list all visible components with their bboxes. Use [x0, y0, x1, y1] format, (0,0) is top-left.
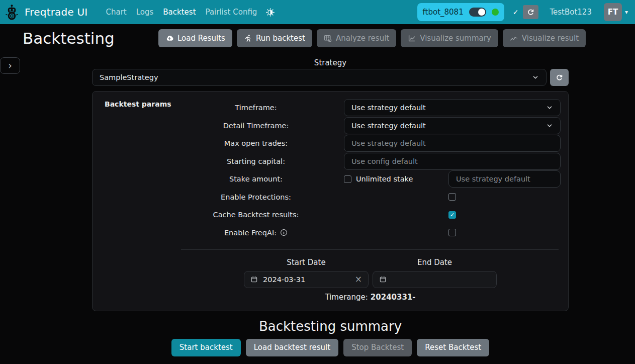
timerange-display: Timerange:20240331- — [244, 293, 497, 302]
param-row-stake-amount: Stake amount: Unlimited stake — [93, 170, 568, 188]
calendar-icon — [379, 276, 387, 283]
sidebar-expand-button[interactable]: › — [0, 57, 20, 74]
enable-freqai-checkbox[interactable] — [448, 229, 456, 236]
start-date-label: Start Date — [244, 258, 369, 267]
chart-line-icon — [408, 34, 416, 42]
bot-check-icon: ✓ — [513, 8, 519, 16]
backtest-params-card: Backtest params Timeframe: Use strategy … — [92, 91, 569, 311]
stop-backtest-button[interactable]: Stop Backtest — [343, 339, 412, 356]
param-row-cache-results: Cache Backtest results: ✓ — [93, 206, 568, 223]
brand-home-link[interactable]: Freqtrade UI — [5, 4, 87, 20]
starting-capital-input[interactable] — [344, 153, 561, 170]
page-header: Backtesting Load Results Run backtest — [0, 27, 635, 49]
enable-protections-checkbox[interactable] — [448, 193, 456, 201]
start-date-input[interactable]: 2024-03-31 × — [244, 271, 369, 288]
start-backtest-button[interactable]: Start backtest — [171, 339, 241, 356]
button-label: Run backtest — [256, 34, 305, 43]
table-gear-icon — [324, 34, 332, 42]
summary-button-row: Start backtest Load backtest result Stop… — [171, 339, 489, 356]
analyze-result-button[interactable]: Analyze result — [317, 29, 396, 47]
nav-item-chart[interactable]: Chart — [106, 8, 126, 17]
selected-value: Use strategy default — [351, 122, 426, 130]
refresh-icon — [527, 9, 534, 16]
start-date-column: Start Date 2024-03-31 × — [244, 258, 369, 288]
reload-bot-button[interactable] — [523, 5, 538, 19]
end-date-label: End Date — [373, 258, 497, 267]
cloud-download-icon — [165, 34, 173, 42]
field-label: Cache Backtest results: — [93, 211, 344, 219]
button-label: Visualize summary — [420, 34, 491, 43]
field-label-text: Enable FreqAI: — [224, 229, 277, 237]
strategy-label: Strategy — [92, 58, 569, 67]
field-label: Starting capital: — [93, 157, 344, 165]
button-label: Visualize result — [522, 34, 579, 43]
page-title: Backtesting — [23, 29, 158, 47]
detail-timeframe-select[interactable]: Use strategy default — [344, 117, 561, 134]
timerange-value: 20240331- — [371, 293, 416, 302]
timerange-label: Timerange: — [325, 293, 368, 302]
end-date-column: End Date — [373, 258, 497, 288]
button-label: Load Results — [177, 34, 225, 43]
visualize-summary-button[interactable]: Visualize summary — [401, 29, 498, 47]
field-label: Enable Protections: — [93, 193, 344, 201]
calendar-icon — [250, 276, 258, 283]
date-range-section: Start Date 2024-03-31 × End Date — [244, 258, 568, 288]
timeframe-select[interactable]: Use strategy default — [344, 99, 561, 116]
params-title: Backtest params — [105, 100, 171, 108]
max-open-trades-input[interactable] — [344, 135, 561, 152]
selected-value: Use strategy default — [351, 104, 426, 112]
cache-backtest-results-checkbox[interactable]: ✓ — [448, 211, 456, 219]
bot-online-status-dot — [492, 9, 499, 16]
clear-date-icon[interactable]: × — [355, 275, 362, 284]
field-label: Max open trades: — [93, 139, 344, 147]
freqtrade-robot-logo-icon — [5, 4, 19, 20]
unlimited-stake-checkbox[interactable] — [344, 175, 351, 183]
chevron-right-icon: › — [8, 61, 12, 70]
chevron-down-icon — [546, 122, 553, 129]
chevron-down-icon — [532, 74, 539, 81]
backtesting-summary-section: Backtesting summary Start backtest Load … — [92, 319, 569, 356]
main-nav: Chart Logs Backtest Pairlist Config — [106, 8, 257, 17]
user-avatar[interactable]: FT — [604, 3, 622, 21]
button-label: Analyze result — [336, 34, 389, 43]
nav-item-logs[interactable]: Logs — [136, 8, 154, 17]
bot-selector[interactable]: ftbot_8081 — [417, 3, 504, 21]
stake-amount-input[interactable] — [448, 170, 561, 188]
info-icon[interactable] — [280, 229, 288, 236]
reset-backtest-button[interactable]: Reset Backtest — [417, 339, 489, 356]
check-icon: ✓ — [450, 212, 455, 218]
strategy-selected-value: SampleStrategy — [100, 73, 158, 81]
nav-item-pairlist-config[interactable]: Pairlist Config — [206, 8, 257, 17]
param-row-starting-capital: Starting capital: — [93, 153, 568, 170]
bot-toggle-switch[interactable] — [469, 8, 486, 17]
navbar: Freqtrade UI Chart Logs Backtest Pairlis… — [0, 0, 635, 24]
bot-name: ftbot_8081 — [423, 8, 464, 17]
load-results-button[interactable]: Load Results — [158, 29, 232, 47]
toggle-knob — [478, 9, 485, 16]
runner-icon — [244, 34, 252, 42]
strategy-select[interactable]: SampleStrategy — [92, 69, 547, 86]
section-divider — [181, 249, 559, 250]
unlimited-stake-label: Unlimited stake — [356, 175, 413, 183]
field-label: Stake amount: — [93, 175, 344, 183]
run-backtest-button[interactable]: Run backtest — [237, 29, 312, 47]
end-date-input[interactable] — [373, 271, 497, 288]
param-row-max-open-trades: Max open trades: — [93, 135, 568, 152]
logged-in-username: TestBot123 — [550, 8, 592, 17]
field-label: Detail Timeframe: — [93, 122, 344, 130]
graph-icon — [510, 34, 518, 42]
param-row-detail-timeframe: Detail Timeframe: Use strategy default — [93, 117, 568, 134]
header-button-row: Load Results Run backtest A — [158, 29, 586, 47]
load-backtest-result-button[interactable]: Load backtest result — [246, 339, 338, 356]
refresh-icon — [556, 74, 563, 81]
theme-toggle-icon[interactable] — [266, 8, 275, 17]
summary-title: Backtesting summary — [92, 319, 569, 334]
nav-item-backtest[interactable]: Backtest — [163, 8, 196, 17]
strategy-section: Strategy SampleStrategy — [92, 58, 569, 86]
visualize-result-button[interactable]: Visualize result — [503, 29, 586, 47]
refresh-strategy-list-button[interactable] — [550, 69, 569, 86]
user-menu-caret-icon[interactable]: ▾ — [625, 9, 628, 16]
chevron-down-icon — [546, 104, 553, 111]
field-label: Enable FreqAI: — [93, 229, 344, 237]
param-row-enable-protections: Enable Protections: — [93, 189, 568, 206]
